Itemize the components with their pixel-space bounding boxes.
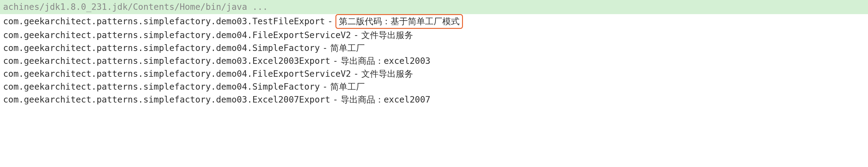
java-path-text: achines/jdk1.8.0_231.jdk/Contents/Home/b… xyxy=(3,2,268,12)
log-class-name: com.geekarchitect.patterns.simplefactory… xyxy=(3,42,320,55)
highlighted-message: 第二版代码：基于简单工厂模式 xyxy=(335,14,463,29)
log-line: com.geekarchitect.patterns.simplefactory… xyxy=(3,29,865,42)
log-separator: - xyxy=(353,29,359,42)
log-line: com.geekarchitect.patterns.simplefactory… xyxy=(3,68,865,80)
log-class-name: com.geekarchitect.patterns.simplefactory… xyxy=(3,15,325,28)
log-line: com.geekarchitect.patterns.simplefactory… xyxy=(3,42,865,55)
log-class-name: com.geekarchitect.patterns.simplefactory… xyxy=(3,55,330,68)
log-line: com.geekarchitect.patterns.simplefactory… xyxy=(3,55,865,68)
log-class-name: com.geekarchitect.patterns.simplefactory… xyxy=(3,93,330,106)
log-separator: - xyxy=(333,93,338,106)
log-message: 简单工厂 xyxy=(330,80,365,93)
log-separator: - xyxy=(328,15,333,28)
console-output: com.geekarchitect.patterns.simplefactory… xyxy=(0,14,868,106)
log-separator: - xyxy=(322,80,328,93)
log-separator: - xyxy=(322,42,328,55)
log-message: 导出商品：excel2007 xyxy=(341,93,431,106)
log-message: 文件导出服务 xyxy=(361,68,413,80)
log-message: 简单工厂 xyxy=(330,42,365,55)
log-class-name: com.geekarchitect.patterns.simplefactory… xyxy=(3,29,351,42)
log-message: 第二版代码：基于简单工厂模式 xyxy=(339,16,460,27)
log-separator: - xyxy=(333,55,338,68)
log-message: 文件导出服务 xyxy=(361,29,413,42)
log-line: com.geekarchitect.patterns.simplefactory… xyxy=(3,80,865,93)
console-header: achines/jdk1.8.0_231.jdk/Contents/Home/b… xyxy=(0,0,868,14)
log-line: com.geekarchitect.patterns.simplefactory… xyxy=(3,14,865,29)
log-message: 导出商品：excel2003 xyxy=(341,55,431,68)
log-separator: - xyxy=(353,68,359,80)
log-class-name: com.geekarchitect.patterns.simplefactory… xyxy=(3,80,320,93)
log-line: com.geekarchitect.patterns.simplefactory… xyxy=(3,93,865,106)
log-class-name: com.geekarchitect.patterns.simplefactory… xyxy=(3,68,351,80)
